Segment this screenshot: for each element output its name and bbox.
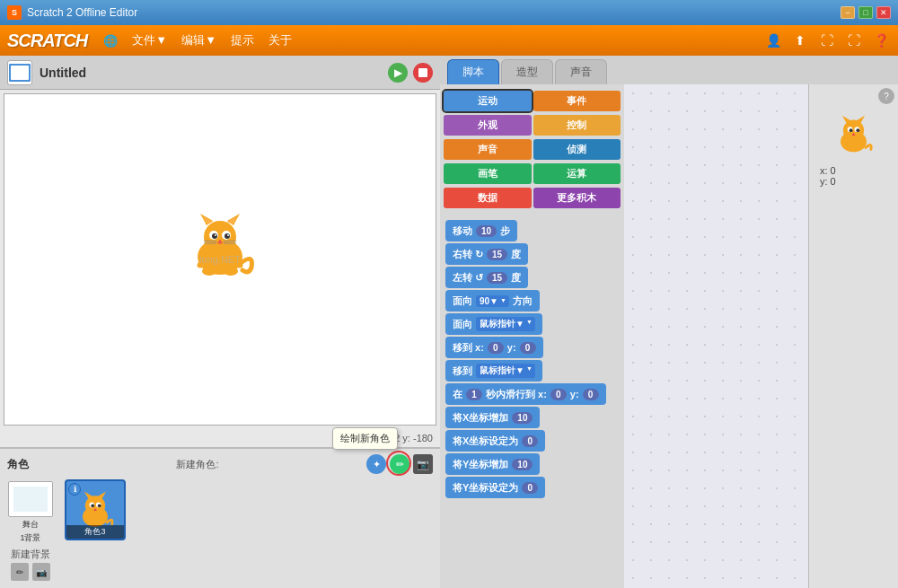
svg-point-11	[212, 233, 217, 239]
sprite-panel-buttons: ✦ ✏ 📷	[366, 454, 433, 474]
block-glide[interactable]: 在 1 秒内滑行到 x: 0 y: 0	[445, 383, 606, 405]
svg-rect-1	[11, 66, 29, 80]
stop-button[interactable]	[413, 63, 433, 83]
right-top: 运动 事件 外观 控制 声音 侦测 画笔 运算 数据 更多积木 移动 10 步	[440, 84, 898, 588]
menu-globe[interactable]: 🌐	[96, 31, 125, 51]
blocks-col: 运动 事件 外观 控制 声音 侦测 画笔 运算 数据 更多积木 移动 10 步	[440, 84, 624, 588]
tooltip-text: 绘制新角色	[340, 433, 390, 443]
block-face-mouse[interactable]: 面向 鼠标指针▼	[445, 313, 542, 335]
cat-sensing[interactable]: 侦测	[533, 139, 621, 160]
stage-icon[interactable]	[8, 481, 53, 517]
camera-sprite-button[interactable]: 📷	[413, 454, 433, 474]
block-glide-x[interactable]: 0	[550, 389, 567, 400]
cat-events[interactable]: 事件	[533, 91, 621, 111]
scratch-logo: SCRATCH	[7, 31, 87, 51]
paint-sprite-button[interactable]: ✏	[390, 454, 409, 474]
menu-edit[interactable]: 编辑▼	[174, 29, 224, 52]
paint-sprite-tooltip: 绘制新角色	[332, 427, 398, 450]
right-panel: 脚本 造型 声音 运动 事件 外观 控制 声音 侦测 画笔 运算 数据 更多积木	[440, 56, 898, 588]
preview-help-button[interactable]: ?	[878, 88, 894, 104]
block-goto-y[interactable]: 0	[520, 342, 536, 354]
block-move[interactable]: 移动 10 步	[445, 220, 517, 241]
cat-looks[interactable]: 外观	[444, 115, 532, 136]
sprite-list: ℹ	[61, 478, 129, 584]
block-add-y-value[interactable]: 10	[512, 459, 533, 470]
share-icon[interactable]: 👤	[763, 31, 783, 50]
block-row-add-y: 将Y坐标增加 10	[445, 453, 619, 475]
cat-motion[interactable]: 运动	[444, 91, 532, 111]
block-set-y-value[interactable]: 0	[522, 482, 538, 494]
block-turn-right-value[interactable]: 15	[487, 249, 507, 260]
block-row-goto-mouse: 移到 鼠标指针▼	[445, 360, 619, 382]
block-goto-mouse[interactable]: 移到 鼠标指针▼	[445, 360, 542, 382]
cat-control[interactable]: 控制	[533, 115, 621, 136]
svg-point-32	[91, 504, 94, 507]
sprite-panel: 角色 新建角色: ✦ ✏ 📷 绘制新角色	[0, 447, 440, 588]
cat-data[interactable]: 数据	[444, 188, 532, 208]
block-turn-right[interactable]: 右转 ↻ 15 度	[445, 243, 528, 265]
tab-scripts[interactable]: 脚本	[447, 59, 499, 84]
upload-icon[interactable]: ⬆	[790, 31, 810, 50]
svg-rect-2	[418, 68, 427, 77]
stage-area-left: 舞台 1背景 新建背景 ✏ 📷	[7, 478, 54, 584]
sprite-panel-header: 角色 新建角色: ✦ ✏ 📷	[4, 452, 436, 478]
block-move-value[interactable]: 10	[476, 225, 497, 237]
window-title: Scratch 2 Offline Editor	[27, 6, 841, 19]
new-bg-label: 新建背景	[11, 548, 50, 561]
stage-controls: ▶	[388, 63, 433, 83]
stage-canvas[interactable]: long.NET	[4, 93, 436, 426]
block-glide-secs[interactable]: 1	[466, 389, 482, 400]
script-area[interactable]	[624, 84, 808, 588]
svg-point-33	[98, 504, 101, 507]
svg-point-36	[843, 120, 864, 141]
block-goto-mouse-dropdown[interactable]: 鼠标指针▼	[476, 364, 535, 378]
stage-thumbnail	[7, 60, 32, 85]
preview-x: x: 0	[820, 165, 894, 176]
block-add-x-value[interactable]: 10	[512, 412, 533, 424]
block-face-dir-dropdown[interactable]: 90▼	[476, 295, 509, 307]
maximize-button[interactable]: □	[858, 6, 873, 19]
block-row-set-x: 将X坐标增加 10	[445, 407, 619, 428]
add-sprite-from-library-button[interactable]: ✦	[366, 454, 386, 474]
menu-tips[interactable]: 提示	[224, 29, 261, 52]
tab-sounds[interactable]: 声音	[555, 59, 607, 84]
block-turn-left-value[interactable]: 15	[487, 272, 507, 284]
new-background-area: 新建背景 ✏ 📷	[7, 544, 54, 584]
paint-bg-button[interactable]: ✏	[11, 563, 29, 581]
stage-area: Untitled ▶	[0, 56, 440, 588]
fullscreen-icon[interactable]: ⛶	[817, 31, 837, 50]
camera-bg-button[interactable]: 📷	[32, 563, 50, 581]
cat-more[interactable]: 更多积木	[533, 188, 621, 208]
cat-sound[interactable]: 声音	[444, 139, 532, 160]
svg-point-14	[227, 234, 229, 236]
sprite-info-badge[interactable]: ℹ	[68, 483, 81, 496]
block-goto-xy[interactable]: 移到 x: 0 y: 0	[445, 337, 543, 358]
block-face-dir[interactable]: 面向 90▼ 方向	[445, 290, 540, 312]
help-icon[interactable]: ❓	[871, 31, 891, 50]
tabs: 脚本 造型 声音	[440, 56, 898, 84]
minimize-button[interactable]: −	[841, 6, 855, 19]
svg-point-20	[202, 267, 216, 276]
close-button[interactable]: ✕	[876, 6, 891, 19]
resize-icon[interactable]: ⛶	[844, 31, 864, 50]
block-goto-x[interactable]: 0	[488, 342, 504, 354]
menu-file[interactable]: 文件▼	[125, 29, 174, 52]
cat-pen[interactable]: 画笔	[444, 163, 532, 184]
block-row-turn-left: 左转 ↺ 15 度	[445, 267, 619, 288]
block-face-mouse-dropdown[interactable]: 鼠标指针▼	[476, 317, 535, 331]
tab-costumes[interactable]: 造型	[501, 59, 553, 84]
new-sprite-label: 新建角色:	[176, 458, 218, 471]
block-glide-y[interactable]: 0	[583, 389, 599, 400]
app-icon: S	[7, 5, 22, 20]
cat-operators[interactable]: 运算	[533, 163, 621, 184]
sprite-item[interactable]: ℹ	[65, 479, 126, 540]
block-row-setx: 将X坐标设定为 0	[445, 430, 619, 452]
block-add-y[interactable]: 将Y坐标增加 10	[445, 453, 540, 475]
menu-about[interactable]: 关于	[261, 29, 299, 52]
block-add-x[interactable]: 将X坐标增加 10	[445, 407, 540, 428]
block-set-y[interactable]: 将Y坐标设定为 0	[445, 477, 545, 498]
green-flag-button[interactable]: ▶	[388, 63, 408, 83]
block-set-x[interactable]: 将X坐标设定为 0	[445, 430, 545, 452]
block-set-x-value[interactable]: 0	[522, 435, 538, 447]
block-turn-left[interactable]: 左转 ↺ 15 度	[445, 267, 528, 288]
